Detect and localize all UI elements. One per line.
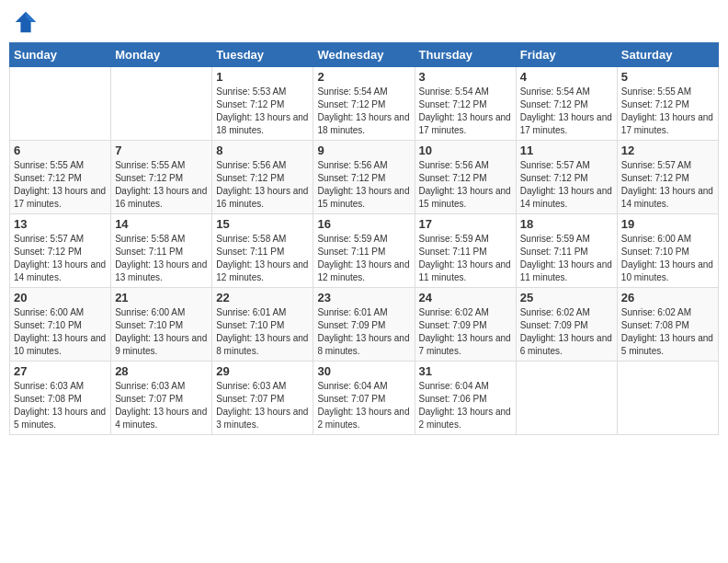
calendar-cell: 14Sunrise: 5:58 AM Sunset: 7:11 PM Dayli…	[111, 214, 212, 288]
calendar-cell: 31Sunrise: 6:04 AM Sunset: 7:06 PM Dayli…	[415, 362, 516, 435]
calendar-cell: 2Sunrise: 5:54 AM Sunset: 7:12 PM Daylig…	[313, 67, 415, 141]
day-info: Sunrise: 5:56 AM Sunset: 7:12 PM Dayligh…	[216, 159, 309, 211]
calendar-week-row: 6Sunrise: 5:55 AM Sunset: 7:12 PM Daylig…	[10, 141, 719, 214]
day-number: 31	[419, 364, 512, 378]
day-info: Sunrise: 6:01 AM Sunset: 7:09 PM Dayligh…	[317, 306, 410, 358]
calendar-week-row: 20Sunrise: 6:00 AM Sunset: 7:10 PM Dayli…	[10, 288, 719, 362]
calendar-week-row: 13Sunrise: 5:57 AM Sunset: 7:12 PM Dayli…	[10, 214, 719, 288]
day-info: Sunrise: 6:03 AM Sunset: 7:07 PM Dayligh…	[216, 380, 309, 431]
day-number: 2	[317, 70, 410, 84]
day-header-tuesday: Tuesday	[212, 43, 313, 67]
day-number: 26	[621, 291, 714, 304]
calendar-cell: 16Sunrise: 5:59 AM Sunset: 7:11 PM Dayli…	[313, 214, 415, 288]
calendar-cell: 17Sunrise: 5:59 AM Sunset: 7:11 PM Dayli…	[415, 214, 516, 288]
calendar-cell: 7Sunrise: 5:55 AM Sunset: 7:12 PM Daylig…	[111, 141, 212, 214]
day-info: Sunrise: 5:59 AM Sunset: 7:11 PM Dayligh…	[520, 233, 613, 284]
day-header-monday: Monday	[111, 43, 212, 67]
day-header-thursday: Thursday	[415, 43, 516, 67]
day-info: Sunrise: 6:02 AM Sunset: 7:09 PM Dayligh…	[520, 306, 613, 358]
calendar-cell: 6Sunrise: 5:55 AM Sunset: 7:12 PM Daylig…	[10, 141, 111, 214]
day-info: Sunrise: 6:02 AM Sunset: 7:08 PM Dayligh…	[621, 306, 714, 358]
day-info: Sunrise: 5:59 AM Sunset: 7:11 PM Dayligh…	[419, 233, 512, 284]
day-info: Sunrise: 6:04 AM Sunset: 7:07 PM Dayligh…	[317, 380, 410, 431]
day-info: Sunrise: 5:57 AM Sunset: 7:12 PM Dayligh…	[520, 159, 613, 211]
calendar-cell: 10Sunrise: 5:56 AM Sunset: 7:12 PM Dayli…	[415, 141, 516, 214]
day-number: 23	[317, 291, 410, 304]
day-number: 6	[14, 144, 107, 157]
day-header-sunday: Sunday	[10, 43, 111, 67]
calendar-cell	[617, 362, 718, 435]
day-info: Sunrise: 6:00 AM Sunset: 7:10 PM Dayligh…	[115, 306, 208, 358]
day-info: Sunrise: 5:54 AM Sunset: 7:12 PM Dayligh…	[520, 86, 613, 137]
calendar-header-row: SundayMondayTuesdayWednesdayThursdayFrid…	[10, 43, 719, 67]
day-number: 29	[216, 364, 309, 378]
calendar-cell: 27Sunrise: 6:03 AM Sunset: 7:08 PM Dayli…	[10, 362, 111, 435]
calendar-week-row: 1Sunrise: 5:53 AM Sunset: 7:12 PM Daylig…	[10, 67, 719, 141]
logo-icon	[13, 9, 39, 35]
day-number: 8	[216, 144, 309, 157]
calendar-cell: 22Sunrise: 6:01 AM Sunset: 7:10 PM Dayli…	[212, 288, 313, 362]
day-number: 3	[419, 70, 512, 84]
day-number: 14	[115, 217, 208, 231]
day-info: Sunrise: 5:55 AM Sunset: 7:12 PM Dayligh…	[14, 159, 107, 211]
day-number: 25	[520, 291, 613, 304]
day-header-friday: Friday	[516, 43, 617, 67]
day-info: Sunrise: 5:54 AM Sunset: 7:12 PM Dayligh…	[419, 86, 512, 137]
calendar-cell: 9Sunrise: 5:56 AM Sunset: 7:12 PM Daylig…	[313, 141, 415, 214]
day-number: 4	[520, 70, 613, 84]
day-number: 16	[317, 217, 410, 231]
day-info: Sunrise: 5:56 AM Sunset: 7:12 PM Dayligh…	[317, 159, 410, 211]
day-info: Sunrise: 5:55 AM Sunset: 7:12 PM Dayligh…	[621, 86, 714, 137]
day-info: Sunrise: 5:58 AM Sunset: 7:11 PM Dayligh…	[216, 233, 309, 284]
day-number: 7	[115, 144, 208, 157]
calendar-cell: 4Sunrise: 5:54 AM Sunset: 7:12 PM Daylig…	[516, 67, 617, 141]
day-info: Sunrise: 5:57 AM Sunset: 7:12 PM Dayligh…	[14, 233, 107, 284]
day-info: Sunrise: 6:00 AM Sunset: 7:10 PM Dayligh…	[14, 306, 107, 358]
calendar-cell: 11Sunrise: 5:57 AM Sunset: 7:12 PM Dayli…	[516, 141, 617, 214]
calendar-cell: 19Sunrise: 6:00 AM Sunset: 7:10 PM Dayli…	[617, 214, 718, 288]
day-number: 10	[419, 144, 512, 157]
day-info: Sunrise: 6:03 AM Sunset: 7:07 PM Dayligh…	[115, 380, 208, 431]
page-header	[9, 9, 719, 35]
day-number: 24	[419, 291, 512, 304]
calendar-cell: 26Sunrise: 6:02 AM Sunset: 7:08 PM Dayli…	[617, 288, 718, 362]
calendar-cell: 23Sunrise: 6:01 AM Sunset: 7:09 PM Dayli…	[313, 288, 415, 362]
day-info: Sunrise: 5:54 AM Sunset: 7:12 PM Dayligh…	[317, 86, 410, 137]
day-info: Sunrise: 6:00 AM Sunset: 7:10 PM Dayligh…	[621, 233, 714, 284]
calendar-cell: 8Sunrise: 5:56 AM Sunset: 7:12 PM Daylig…	[212, 141, 313, 214]
day-info: Sunrise: 5:55 AM Sunset: 7:12 PM Dayligh…	[115, 159, 208, 211]
day-number: 15	[216, 217, 309, 231]
day-info: Sunrise: 6:04 AM Sunset: 7:06 PM Dayligh…	[419, 380, 512, 431]
day-info: Sunrise: 6:02 AM Sunset: 7:09 PM Dayligh…	[419, 306, 512, 358]
day-info: Sunrise: 5:56 AM Sunset: 7:12 PM Dayligh…	[419, 159, 512, 211]
calendar-cell: 3Sunrise: 5:54 AM Sunset: 7:12 PM Daylig…	[415, 67, 516, 141]
logo	[13, 9, 40, 35]
day-header-saturday: Saturday	[617, 43, 718, 67]
calendar-cell: 12Sunrise: 5:57 AM Sunset: 7:12 PM Dayli…	[617, 141, 718, 214]
day-number: 21	[115, 291, 208, 304]
calendar-week-row: 27Sunrise: 6:03 AM Sunset: 7:08 PM Dayli…	[10, 362, 719, 435]
calendar-cell: 1Sunrise: 5:53 AM Sunset: 7:12 PM Daylig…	[212, 67, 313, 141]
calendar-cell: 24Sunrise: 6:02 AM Sunset: 7:09 PM Dayli…	[415, 288, 516, 362]
calendar-cell: 18Sunrise: 5:59 AM Sunset: 7:11 PM Dayli…	[516, 214, 617, 288]
day-info: Sunrise: 5:57 AM Sunset: 7:12 PM Dayligh…	[621, 159, 714, 211]
day-info: Sunrise: 6:03 AM Sunset: 7:08 PM Dayligh…	[14, 380, 107, 431]
calendar-cell: 20Sunrise: 6:00 AM Sunset: 7:10 PM Dayli…	[10, 288, 111, 362]
calendar-cell: 5Sunrise: 5:55 AM Sunset: 7:12 PM Daylig…	[617, 67, 718, 141]
day-number: 19	[621, 217, 714, 231]
day-number: 5	[621, 70, 714, 84]
calendar-table: SundayMondayTuesdayWednesdayThursdayFrid…	[9, 42, 719, 435]
calendar-cell: 30Sunrise: 6:04 AM Sunset: 7:07 PM Dayli…	[313, 362, 415, 435]
day-info: Sunrise: 5:59 AM Sunset: 7:11 PM Dayligh…	[317, 233, 410, 284]
day-number: 9	[317, 144, 410, 157]
day-info: Sunrise: 5:53 AM Sunset: 7:12 PM Dayligh…	[216, 86, 309, 137]
day-number: 18	[520, 217, 613, 231]
calendar-cell	[10, 67, 111, 141]
calendar-cell: 13Sunrise: 5:57 AM Sunset: 7:12 PM Dayli…	[10, 214, 111, 288]
day-number: 28	[115, 364, 208, 378]
day-number: 11	[520, 144, 613, 157]
day-info: Sunrise: 5:58 AM Sunset: 7:11 PM Dayligh…	[115, 233, 208, 284]
calendar-cell: 21Sunrise: 6:00 AM Sunset: 7:10 PM Dayli…	[111, 288, 212, 362]
calendar-cell: 15Sunrise: 5:58 AM Sunset: 7:11 PM Dayli…	[212, 214, 313, 288]
calendar-cell: 29Sunrise: 6:03 AM Sunset: 7:07 PM Dayli…	[212, 362, 313, 435]
